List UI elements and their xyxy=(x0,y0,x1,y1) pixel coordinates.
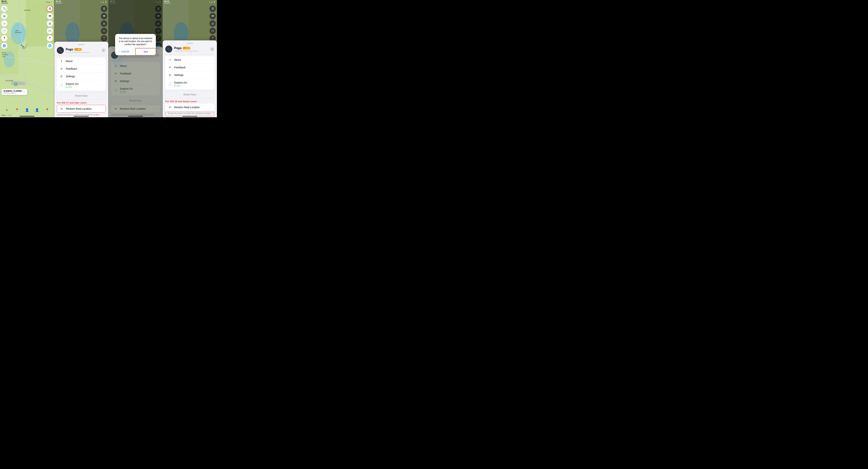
status-bar-2: 06:31 Woodstock ✈ ▲ 🔋 xyxy=(54,0,108,4)
bottom-sheet-2: 🐾 Pogo 🏅 Pro ✕ ℹ About › ✉ Feedback › xyxy=(54,42,108,117)
map-label-lake-telemark: LakeTelemark xyxy=(15,30,22,33)
airplane-icon-2: ✈ xyxy=(100,1,102,3)
pokeball-button-4[interactable]: ◎ xyxy=(210,20,216,27)
menu-item-about-3: ℹ About › xyxy=(111,62,160,70)
binoculars-button[interactable]: 👓 xyxy=(46,28,53,34)
person-pin-button[interactable]: 📍 xyxy=(1,35,7,41)
pikachu-marker: 🐾 xyxy=(20,44,24,48)
avatar-4: 🐾 xyxy=(165,46,172,53)
map-label-marcella: Marcella xyxy=(24,9,30,11)
menu-item-about-4[interactable]: ℹ About › xyxy=(165,56,214,64)
waypoint-button[interactable]: 📍 xyxy=(46,35,53,41)
expires-label-2: Expires On5d 23h xyxy=(66,82,102,88)
info-icon-3: ℹ xyxy=(114,64,118,67)
reset-button-4[interactable]: Reset Now xyxy=(165,91,214,98)
pokeball-button-2[interactable]: ◎ xyxy=(101,20,107,27)
chevron-feedback-4: › xyxy=(211,66,212,69)
yes-button[interactable]: Yes xyxy=(135,48,156,55)
menu-item-settings-2[interactable]: ⚙ Settings › xyxy=(57,72,106,80)
pro-badge-4: 🏅 Pro xyxy=(183,47,190,50)
restore-icon-3: ⚙ xyxy=(114,107,118,110)
restore-icon-4: ⚙ xyxy=(168,106,172,109)
cancel-button[interactable]: Cancel xyxy=(115,48,135,55)
doc-icon-2: 📄 xyxy=(59,84,63,87)
map-icon-button-2[interactable]: 🗺 xyxy=(101,13,107,19)
battery-icon-4: 🔋 xyxy=(213,1,215,3)
map-icon-button[interactable]: 🗺 xyxy=(46,13,53,19)
pokeball-button[interactable]: ◎ xyxy=(46,20,53,27)
home-indicator-4 xyxy=(183,116,197,117)
app-name-4: Pogo xyxy=(174,47,182,50)
bottom-tabs: ➤ 📍 👤 👤 📍 xyxy=(0,107,54,114)
restart-note-2: Restart the device to restore the real d… xyxy=(54,113,108,117)
close-button-4[interactable]: ✕ xyxy=(210,47,214,51)
menu-item-about-2[interactable]: ℹ About › xyxy=(57,57,106,65)
wifi-icon-2: ▲ xyxy=(102,1,104,3)
feedback-label-2: Feedback xyxy=(66,67,102,70)
info-icon-4: ℹ xyxy=(168,58,172,61)
bottom-sheet-4: 🐾 Pogo 🏅 Pro ✕ ℹ About › ✉ Feedback › xyxy=(163,40,217,117)
binoculars-button-4[interactable]: 👓 xyxy=(210,28,216,34)
chevron-restore-4: › xyxy=(211,106,212,109)
locate-button[interactable]: ◎ xyxy=(1,13,7,19)
about-label-3: About xyxy=(120,64,157,67)
location-card: 40.928054,-74.493862 Current Location ☆ xyxy=(1,89,27,95)
binoculars-button-2[interactable]: 👓 xyxy=(101,28,107,34)
sidebar-right: ☰ 🗺 ◎ 👓 📍 🌐 xyxy=(46,5,53,49)
location-info: 40.928054,-74.493862 Current Location xyxy=(3,90,22,94)
tab-location[interactable]: 📍 xyxy=(44,107,51,114)
menu-item-feedback-4[interactable]: ✉ Feedback › xyxy=(165,64,214,71)
sheet-handle-2 xyxy=(78,44,85,45)
doc-icon-3: 📄 xyxy=(114,89,118,92)
mail-icon-3: ✉ xyxy=(114,72,118,75)
panel-4: 06:31 Woodstock ✈ ▲ 🔋 ☰ 🗺 ◎ 👓 📍 🌐 🐾 Pogo… xyxy=(163,0,217,117)
search-button[interactable]: 🔍 xyxy=(1,5,7,12)
home-indicator-2 xyxy=(74,116,89,117)
reset-button-2[interactable]: Reset Now xyxy=(57,92,106,99)
menu-button-4[interactable]: ☰ xyxy=(210,5,216,12)
svg-point-11 xyxy=(65,22,80,45)
map-background: 80 xyxy=(0,0,54,117)
close-button-3[interactable]: ✕ xyxy=(155,53,160,57)
restore-button-2[interactable]: ⚙ Restore Real Location › xyxy=(57,105,106,113)
settings-icon-2: ⚙ xyxy=(59,75,63,78)
menu-item-settings-4[interactable]: ⚙ Settings › xyxy=(165,71,214,79)
restore-item-3: ⚙ Restore Real Location › xyxy=(111,105,160,113)
chevron-about-2: › xyxy=(102,60,103,62)
bookmark-button[interactable]: ☆ xyxy=(1,20,7,27)
status-time-2: 06:31 Woodstock xyxy=(56,0,62,4)
legal-label: Legal xyxy=(7,114,11,116)
clock-button[interactable]: 🕐 xyxy=(1,28,7,34)
restore-label-2: Restore Real Location xyxy=(66,107,102,110)
restore-icon-2: ⚙ xyxy=(60,107,64,110)
restore-item-2[interactable]: ⚙ Restore Real Location › xyxy=(57,105,105,112)
close-button-2[interactable]: ✕ xyxy=(101,48,106,53)
map-icon-button-4[interactable]: 🗺 xyxy=(210,13,216,19)
ios16-label-4: For iOS 16 and below users › xyxy=(163,99,217,103)
tab-avatar2[interactable]: 👤 xyxy=(33,107,40,114)
menu-button-2[interactable]: ☰ xyxy=(101,5,107,12)
pro-badge-2: 🏅 Pro xyxy=(74,48,82,51)
bottom-sheet-3: 🐾 Pogo 🏅 Pro ✕ ℹ About › ✉ Feedback › xyxy=(108,47,162,117)
menu-button[interactable]: ☰ xyxy=(46,5,53,12)
settings-icon-4: ⚙ xyxy=(168,74,172,77)
tab-avatar1[interactable]: 👤 xyxy=(24,107,31,114)
app-title-2: Pogo 🏅 Pro xyxy=(66,48,90,53)
waypoint-button-2[interactable]: 📍 xyxy=(101,35,107,41)
favorite-button[interactable]: ☆ xyxy=(23,91,26,93)
app-name-2: Pogo xyxy=(66,48,73,51)
restore-item-4[interactable]: ⚙ Restore Real Location › xyxy=(165,104,214,111)
tab-navigate[interactable]: ➤ xyxy=(3,107,10,114)
panel-1: 80 Marcella LakeTelemark WhiteMeadowLake… xyxy=(0,0,54,117)
about-label-2: About xyxy=(66,60,102,63)
menu-item-expires-2[interactable]: 📄 Expires On5d 23h › xyxy=(57,80,106,91)
tab-poi[interactable]: 📍 xyxy=(13,107,21,114)
home-indicator-3 xyxy=(128,116,143,117)
menu-item-expires-4[interactable]: 📄 Expires On5d 23h › xyxy=(165,79,214,89)
rotate-button[interactable]: 🌀 xyxy=(1,42,7,49)
globe-button[interactable]: 🌐 xyxy=(46,42,53,49)
airplane-icon-4: ✈ xyxy=(209,1,211,3)
menu-item-feedback-2[interactable]: ✉ Feedback › xyxy=(57,65,106,72)
settings-label-4: Settings xyxy=(174,74,211,77)
map-label-white-meadow: WhiteMeadowLake xyxy=(2,52,8,57)
